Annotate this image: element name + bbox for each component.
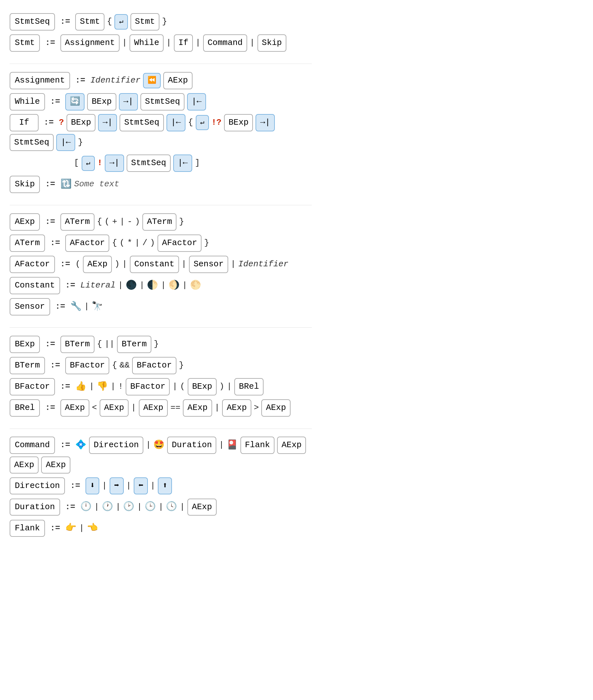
clock12-icon: 🕛 xyxy=(80,502,91,511)
bfactor-bang: ! xyxy=(118,380,123,394)
direction-deriv: := xyxy=(68,479,83,493)
bterm-token-1: BTerm xyxy=(61,336,94,353)
command-pipe-2: | xyxy=(219,439,224,452)
aexp-token-brel2a: AExp xyxy=(139,399,168,417)
stmtseq-token-if2: StmtSeq xyxy=(10,134,54,151)
arrow-left-icon: ⬅ xyxy=(134,478,148,495)
command-section: Command := 💠 Direction | 🤩 Duration | 🎴 … xyxy=(10,437,312,537)
aexp-deriv: := xyxy=(42,215,57,229)
aterm-paren-close: ) xyxy=(150,237,155,250)
bterm-rule: BTerm := BFactor { && BFactor } xyxy=(10,357,312,375)
stmtseq-token-while: StmtSeq xyxy=(141,93,185,111)
constant-pipe-3: | xyxy=(161,279,166,292)
if-arrow-right-2: →| xyxy=(255,114,275,131)
bfactor-deriv: := xyxy=(57,380,73,394)
stmt-token-1: Stmt xyxy=(75,13,104,31)
skip-text: Some text xyxy=(74,178,119,191)
moon-new-icon: 🌑 xyxy=(126,281,137,290)
if-brace-open: { xyxy=(188,116,193,129)
if-question-icon: ? xyxy=(59,116,64,129)
bterm-deriv: := xyxy=(48,359,63,372)
divider-4 xyxy=(10,428,312,429)
brel-eq: == xyxy=(170,401,180,415)
arrow-up-icon: ⬆ xyxy=(158,478,172,495)
constant-pipe-4: | xyxy=(182,279,187,292)
bfactor-lhs: BFactor xyxy=(10,378,55,396)
if-else-arrow-left: |← xyxy=(173,155,192,172)
duration-pipe-5: | xyxy=(180,500,185,514)
sensor-deriv: := xyxy=(53,300,68,314)
point-right-icon: 👉 xyxy=(65,524,77,533)
skip-deriv: := xyxy=(42,178,57,191)
aterm-paren-open: ( xyxy=(120,237,125,250)
stmtseq-brace-close: } xyxy=(162,15,167,29)
aexp-token-brel3a: AExp xyxy=(222,399,251,417)
flank-deriv: := xyxy=(48,522,63,535)
thumbsdown-icon: 👎 xyxy=(97,382,108,391)
assignment-rule: Assignment := Identifier ⏪ AExp xyxy=(10,72,312,90)
aterm-lhs: ATerm xyxy=(10,235,45,252)
sensor-token: Sensor xyxy=(189,256,228,273)
command-diamond-icon: 💠 xyxy=(75,441,86,450)
constant-pipe-1: | xyxy=(118,279,123,292)
flank-token: Flank xyxy=(240,437,275,454)
stmt-lhs: Stmt xyxy=(10,34,40,52)
duration-lhs: Duration xyxy=(10,499,60,516)
constant-rule: Constant := Literal | 🌑 | 🌓 | 🌖 | 🌕 xyxy=(10,277,312,295)
afactor-rule: AFactor := ( AExp ) | Constant | Sensor … xyxy=(10,255,312,274)
aexp-token-assign: AExp xyxy=(163,72,192,89)
if-lhs: If xyxy=(10,114,39,131)
if-token: If xyxy=(174,34,193,52)
bfactor-pipe-3: | xyxy=(172,380,177,394)
duration-rule: Duration := 🕛 | 🕐 | 🕑 | 🕒 | 🕓 | AExp xyxy=(10,498,312,516)
aexp-token-brel3b: AExp xyxy=(261,399,290,417)
afactor-pipe-1: | xyxy=(122,258,127,271)
assignment-section: Assignment := Identifier ⏪ AExp While :=… xyxy=(10,72,312,193)
bfactor-token-1: BFactor xyxy=(65,357,109,374)
moon-3q-icon: 🌖 xyxy=(168,281,180,290)
constant-token: Constant xyxy=(130,256,179,273)
duration-pipe-4: | xyxy=(158,500,164,514)
aexp-rule: AExp := ATerm { ( + | - ) ATerm } xyxy=(10,213,312,231)
skip-token: Skip xyxy=(258,34,286,52)
bexp-deriv: := xyxy=(42,338,57,351)
aterm-deriv: := xyxy=(48,237,63,250)
afactor-paren-open: ( xyxy=(75,258,80,271)
aexp-brace-close: } xyxy=(179,215,184,229)
aexp-token-cmd2: AExp xyxy=(10,456,39,474)
return-arrow-icon: ↵ xyxy=(114,14,128,29)
bfactor-token-2: BFactor xyxy=(132,357,176,374)
stmtseq-lhs: StmtSeq xyxy=(10,13,55,31)
aexp-token-brel1b: AExp xyxy=(100,399,128,417)
aexp-minus: - xyxy=(127,215,132,229)
bterm-brace-close: } xyxy=(179,359,184,372)
aexp-token-afactor: AExp xyxy=(83,256,112,273)
aterm-brace-close: } xyxy=(204,237,209,250)
if-else-bang-icon: ! xyxy=(97,157,103,170)
aexp-plus: + xyxy=(112,215,117,229)
bterm-lhs: BTerm xyxy=(10,357,45,374)
while-arrow-right-icon: →| xyxy=(119,93,138,111)
divider-2 xyxy=(10,205,312,205)
aterm-pipe: | xyxy=(135,237,140,250)
clock2-icon: 🕑 xyxy=(123,502,134,511)
while-token: While xyxy=(129,34,164,52)
stmt-pipe-1: | xyxy=(122,36,127,50)
aexp-paren-close: ) xyxy=(135,215,140,229)
direction-rule: Direction := ⬇ | ➡ | ⬅ | ⬆ xyxy=(10,477,312,495)
while-arrow-left-icon: |← xyxy=(187,93,206,111)
aexp-brace-open: { xyxy=(97,215,102,229)
while-lhs: While xyxy=(10,93,45,111)
command-deriv: := xyxy=(57,439,73,452)
assign-arrow-icon: ⏪ xyxy=(143,73,161,88)
bexp-token-while: BExp xyxy=(87,93,116,111)
bexp-brace-close: } xyxy=(154,338,159,351)
aterm-token-2: ATerm xyxy=(143,213,176,231)
direction-pipe-1: | xyxy=(102,479,107,493)
if-deriv: := xyxy=(41,116,56,129)
constant-pipe-2: | xyxy=(140,279,145,292)
bfactor-paren-close: ) xyxy=(219,380,224,394)
afactor-paren-close: ) xyxy=(114,258,120,271)
telescope-icon: 🔭 xyxy=(91,302,103,311)
duration-deriv: := xyxy=(63,500,78,514)
